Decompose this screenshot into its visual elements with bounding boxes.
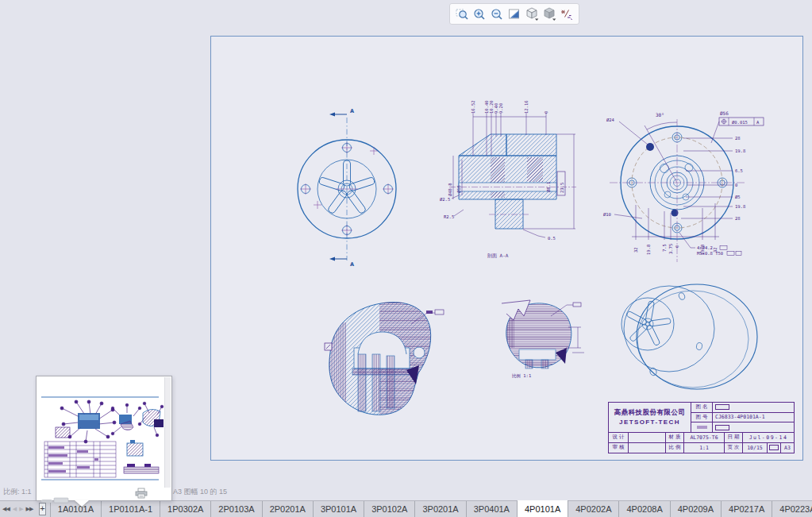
drawing-sheet-canvas[interactable]: A A bbox=[210, 36, 803, 461]
front-view: A A bbox=[298, 108, 396, 268]
checker-label: 审 核 bbox=[609, 443, 629, 453]
tab-4P0209A[interactable]: 4P0209A bbox=[671, 501, 722, 517]
zoom-out-button[interactable] bbox=[489, 6, 505, 22]
isometric-view bbox=[622, 284, 757, 389]
dimension-toggle-button[interactable] bbox=[559, 6, 575, 22]
svg-text:0.5: 0.5 bbox=[548, 236, 556, 241]
sheet-tab-bar: ◀◀ ◀ ▶ ▶▶ + 1A0101A 1P0101A-1 1P0302A 2P… bbox=[0, 500, 812, 517]
zoom-out-icon bbox=[490, 7, 504, 21]
title-block: 高鼎科技股份有限公司 JETSOFT-TECH 图 名 图 号 CJ6833-4… bbox=[608, 402, 795, 453]
status-sheet-info: A3 图幅 10 的 15 bbox=[173, 487, 227, 497]
svg-text:A: A bbox=[756, 120, 760, 125]
tab-3P0401A[interactable]: 3P0401A bbox=[467, 501, 518, 517]
designer-label: 设 计 bbox=[609, 433, 629, 442]
print-icon[interactable] bbox=[134, 488, 148, 502]
revision-box bbox=[768, 443, 781, 453]
tab-1P0101A-1[interactable]: 1P0101A-1 bbox=[102, 501, 160, 517]
drawing-number-value: CJ6833-4P0101A-1 bbox=[713, 414, 794, 420]
svg-text:19.8: 19.8 bbox=[735, 204, 745, 209]
status-scale: 比例: 1:1 bbox=[3, 487, 32, 497]
zoom-extents-button[interactable] bbox=[506, 6, 522, 22]
svg-text:23.5: 23.5 bbox=[560, 183, 564, 193]
detail-view-left bbox=[325, 299, 444, 418]
svg-text:Ø10: Ø10 bbox=[603, 212, 611, 217]
svg-text:Ø2.5: Ø2.5 bbox=[440, 197, 450, 202]
tab-2P0201A[interactable]: 2P0201A bbox=[263, 501, 314, 517]
svg-text:M5x0.8 T50: M5x0.8 T50 bbox=[697, 251, 723, 256]
svg-text:0: 0 bbox=[735, 183, 737, 187]
note-cell bbox=[691, 422, 713, 432]
scale-label: 比 例 bbox=[666, 443, 684, 453]
zoom-in-icon bbox=[472, 7, 487, 21]
zoom-window-icon bbox=[455, 7, 469, 21]
material-label: 材 质 bbox=[666, 433, 684, 442]
tab-navigation: ◀◀ ◀ ▶ ▶▶ bbox=[0, 501, 35, 517]
tab-2P0103A[interactable]: 2P0103A bbox=[211, 501, 262, 517]
tab-4P0101A[interactable]: 4P0101A bbox=[518, 500, 568, 517]
svg-text:Ø8.1: Ø8.1 bbox=[546, 182, 551, 192]
svg-text:R2.5: R2.5 bbox=[444, 214, 454, 219]
dimension-toggle-icon bbox=[560, 7, 574, 21]
tab-3P0201A[interactable]: 3P0201A bbox=[415, 501, 466, 517]
next-sheet-button[interactable]: ▶ bbox=[19, 506, 22, 512]
tab-4P0202A[interactable]: 4P0202A bbox=[568, 501, 619, 517]
view-orientation-cube-icon bbox=[525, 6, 540, 21]
svg-text:3.75: 3.75 bbox=[668, 244, 673, 254]
zoom-window-button[interactable] bbox=[454, 6, 470, 22]
tab-4P0217A[interactable]: 4P0217A bbox=[722, 501, 772, 517]
svg-text:Ø16: Ø16 bbox=[456, 185, 461, 193]
last-sheet-button[interactable]: ▶▶ bbox=[26, 506, 33, 512]
section-view: 16.52 10.40 10.20 9.40 9.20 12.16 0 Ø48.… bbox=[440, 100, 576, 259]
drawing-number-label: 图 号 bbox=[691, 413, 713, 422]
svg-text:30°: 30° bbox=[656, 112, 664, 118]
designer-value bbox=[629, 433, 666, 442]
tab-4P0223A[interactable]: 4P0223A bbox=[772, 501, 812, 517]
drawing-name-value bbox=[715, 404, 729, 410]
svg-text:16.52: 16.52 bbox=[471, 100, 475, 114]
sheet-preview-popup bbox=[36, 376, 172, 501]
popup-pointer bbox=[75, 500, 89, 507]
back-view: 30° Ø56 Ø0.015 A Ø24 Ø10 28 19.8 6.5 0 Ø… bbox=[603, 110, 764, 262]
preview-page-widget bbox=[41, 492, 70, 507]
zoom-toolbar bbox=[449, 3, 579, 25]
display-mode-cube-icon bbox=[542, 6, 557, 21]
back-view-dim-labels: 30° Ø56 Ø0.015 A Ø24 Ø10 28 19.8 6.5 0 Ø… bbox=[603, 110, 760, 256]
svg-text:Ø5: Ø5 bbox=[735, 195, 741, 199]
company-block: 高鼎科技股份有限公司 JETSOFT-TECH bbox=[609, 403, 691, 432]
svg-text:12.16: 12.16 bbox=[524, 100, 529, 114]
previous-sheet-button[interactable]: ◀ bbox=[13, 506, 16, 512]
svg-text:0: 0 bbox=[544, 111, 548, 114]
company-name-en: JETSOFT-TECH bbox=[619, 419, 680, 426]
sheet-size-value: A3 bbox=[781, 443, 794, 453]
section-marker-label: A bbox=[350, 261, 354, 268]
section-label: 剖面 A-A bbox=[487, 253, 509, 259]
svg-text:9.20: 9.20 bbox=[498, 103, 503, 114]
drawing-name-label: 图 名 bbox=[691, 403, 713, 412]
drawing-content: A A bbox=[211, 37, 802, 460]
page-value: 10/15 bbox=[743, 443, 768, 453]
view-orientation-button[interactable] bbox=[524, 6, 540, 22]
tab-1P0302A[interactable]: 1P0302A bbox=[160, 501, 211, 517]
display-mode-button[interactable] bbox=[541, 6, 557, 22]
zoom-in-button[interactable] bbox=[471, 6, 487, 22]
detail-view-middle: 比例 1:1 bbox=[502, 300, 584, 379]
svg-text:0: 0 bbox=[675, 245, 679, 248]
tab-3P0101A[interactable]: 3P0101A bbox=[314, 501, 364, 517]
dropdown-caret-icon bbox=[535, 19, 538, 21]
section-marker-label: A bbox=[350, 108, 354, 114]
svg-text:Ø0.015: Ø0.015 bbox=[732, 120, 748, 125]
date-value: Jul-09-14 bbox=[743, 433, 794, 442]
svg-text:28: 28 bbox=[735, 216, 741, 221]
detail-scale-label: 比例 1:1 bbox=[512, 373, 531, 379]
tab-3P0102A[interactable]: 3P0102A bbox=[364, 501, 415, 517]
cad-viewer-window: A A bbox=[0, 0, 812, 517]
svg-text:7.5: 7.5 bbox=[662, 244, 667, 252]
scale-value: 1:1 bbox=[684, 443, 725, 453]
dropdown-caret-icon bbox=[552, 19, 556, 21]
tab-4P0208A[interactable]: 4P0208A bbox=[619, 501, 670, 517]
preview-scrollbar[interactable] bbox=[164, 377, 171, 488]
zoom-extents-icon bbox=[507, 7, 521, 21]
svg-text:6.5: 6.5 bbox=[735, 168, 743, 173]
sheet-preview-image bbox=[38, 378, 165, 486]
first-sheet-button[interactable]: ◀◀ bbox=[2, 506, 10, 512]
